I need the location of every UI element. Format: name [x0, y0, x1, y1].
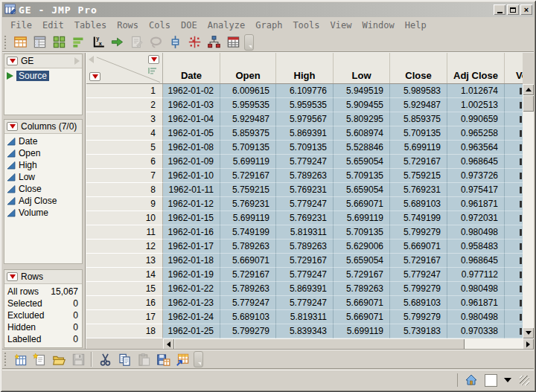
row-number[interactable]: 6 — [86, 155, 163, 169]
cell-low[interactable]: 5.669071 — [334, 310, 390, 324]
menu-item[interactable]: View — [325, 19, 357, 32]
red-triangle-menu-icon[interactable] — [7, 272, 18, 281]
cell-date[interactable]: 1962-01-23 — [163, 296, 220, 310]
rows-stat-item[interactable]: Excluded 0 — [4, 309, 82, 321]
cell-adj-close[interactable]: 0.965258 — [447, 126, 505, 141]
cell-volume-clipped[interactable] — [505, 296, 523, 310]
cell-adj-close[interactable]: 0.977112 — [447, 268, 505, 282]
cell-high[interactable]: 5.779247 — [276, 268, 334, 282]
cell-low[interactable]: 5.949519 — [334, 84, 390, 98]
cell-low[interactable]: 5.528846 — [334, 141, 390, 155]
collapse-panels-icon[interactable] — [89, 56, 94, 63]
source-script-label[interactable]: Source — [16, 71, 49, 81]
cell-low[interactable]: 5.709135 — [334, 225, 390, 240]
horizontal-scrollbar[interactable] — [163, 338, 534, 350]
column-list-item[interactable]: Close — [4, 183, 82, 195]
cell-high[interactable]: 5.769231 — [276, 183, 334, 197]
toolbar-overflow-handle[interactable] — [244, 34, 254, 51]
cell-volume-clipped[interactable] — [505, 268, 523, 282]
cell-volume-clipped[interactable] — [505, 240, 523, 254]
home-icon[interactable] — [465, 373, 478, 387]
column-header-close[interactable]: Close — [390, 53, 447, 83]
copy-icon[interactable] — [116, 351, 133, 367]
run-script-play-icon[interactable] — [7, 72, 13, 80]
cell-date[interactable]: 1962-01-24 — [163, 310, 220, 324]
row-number[interactable]: 17 — [86, 310, 163, 324]
cell-high[interactable]: 5.789263 — [276, 169, 334, 183]
cell-volume-clipped[interactable] — [505, 282, 523, 296]
cell-close[interactable]: 5.739183 — [390, 324, 447, 338]
row-number[interactable]: 13 — [86, 254, 163, 268]
cell-date[interactable]: 1962-01-08 — [163, 141, 220, 155]
cell-adj-close[interactable]: 0.980498 — [447, 310, 505, 324]
cell-date[interactable]: 1962-01-22 — [163, 282, 220, 296]
cell-close[interactable]: 5.689103 — [390, 296, 447, 310]
cell-close[interactable]: 5.729167 — [390, 254, 447, 268]
cell-volume-clipped[interactable] — [505, 211, 523, 225]
cell-close[interactable]: 5.989583 — [390, 84, 447, 98]
cell-high[interactable]: 5.819311 — [276, 310, 334, 324]
cell-close[interactable]: 5.799279 — [390, 310, 447, 324]
cell-date[interactable]: 1962-01-11 — [163, 183, 220, 197]
cell-low[interactable]: 5.699119 — [334, 324, 390, 338]
tabulate-icon[interactable] — [225, 34, 241, 51]
scroll-down-button[interactable] — [523, 327, 534, 338]
cell-low[interactable]: 5.729167 — [334, 268, 390, 282]
column-header-high[interactable]: High — [276, 53, 334, 83]
cell-open[interactable]: 5.759215 — [220, 183, 276, 197]
graph-builder-icon[interactable] — [70, 34, 86, 51]
column-order-icon[interactable] — [148, 67, 157, 74]
cell-low[interactable]: 5.608974 — [334, 126, 390, 141]
row-number[interactable]: 18 — [86, 324, 163, 338]
cell-low[interactable]: 5.659054 — [334, 155, 390, 169]
cell-adj-close[interactable]: 0.968645 — [447, 155, 505, 169]
cell-volume-clipped[interactable] — [505, 254, 523, 268]
cell-date[interactable]: 1962-01-16 — [163, 225, 220, 240]
row-number[interactable]: 3 — [86, 112, 163, 126]
row-number[interactable]: 4 — [86, 126, 163, 141]
cell-high[interactable]: 5.769231 — [276, 211, 334, 225]
column-header-adj-close[interactable]: Adj Close — [447, 53, 505, 83]
red-triangle-menu-icon[interactable] — [7, 122, 18, 131]
cell-open[interactable]: 5.779247 — [220, 296, 276, 310]
scroll-right-button[interactable] — [523, 338, 534, 350]
cell-date[interactable]: 1962-01-03 — [163, 98, 220, 112]
cell-close[interactable]: 5.929487 — [390, 98, 447, 112]
menu-item[interactable]: DOE — [176, 19, 202, 32]
rows-stat-item[interactable]: All rows 15,067 — [4, 286, 82, 298]
cell-date[interactable]: 1962-01-09 — [163, 155, 220, 169]
cell-close[interactable]: 5.779247 — [390, 268, 447, 282]
cell-adj-close[interactable]: 0.961871 — [447, 197, 505, 211]
scroll-left-button[interactable] — [163, 338, 174, 350]
cell-date[interactable]: 1962-01-18 — [163, 254, 220, 268]
cell-open[interactable]: 5.959535 — [220, 98, 276, 112]
cell-close[interactable]: 5.769231 — [390, 183, 447, 197]
cell-high[interactable]: 5.779247 — [276, 296, 334, 310]
row-number[interactable]: 7 — [86, 169, 163, 183]
rows-menu-icon[interactable] — [89, 72, 100, 81]
column-header-low[interactable]: Low — [334, 53, 390, 83]
menu-item[interactable]: Tools — [287, 19, 325, 32]
distribution-icon[interactable] — [167, 34, 183, 51]
cell-open[interactable]: 5.699119 — [220, 211, 276, 225]
new-data-table-icon[interactable] — [12, 34, 28, 51]
new-journal-icon[interactable] — [31, 351, 48, 367]
cell-volume-clipped[interactable] — [505, 84, 523, 98]
cell-volume-clipped[interactable] — [505, 98, 523, 112]
plot-axes-icon[interactable]: yx — [89, 34, 106, 51]
column-list-item[interactable]: Volume — [4, 207, 82, 219]
cell-low[interactable]: 5.659054 — [334, 183, 390, 197]
horizontal-scroll-thumb[interactable] — [174, 338, 465, 350]
cell-date[interactable]: 1962-01-25 — [163, 324, 220, 338]
cell-adj-close[interactable]: 0.961871 — [447, 296, 505, 310]
cell-high[interactable]: 6.109776 — [276, 84, 334, 98]
column-list-item[interactable]: Adj Close — [4, 195, 82, 207]
cell-close[interactable]: 5.799279 — [390, 225, 447, 240]
run-script-icon[interactable] — [109, 34, 125, 51]
color-swatch[interactable] — [485, 374, 497, 387]
cell-high[interactable]: 5.839343 — [276, 324, 334, 338]
cell-low[interactable]: 5.699119 — [334, 211, 390, 225]
resize-grip[interactable] — [520, 376, 529, 385]
cell-open[interactable]: 5.729167 — [220, 268, 276, 282]
cell-low[interactable]: 5.659054 — [334, 254, 390, 268]
